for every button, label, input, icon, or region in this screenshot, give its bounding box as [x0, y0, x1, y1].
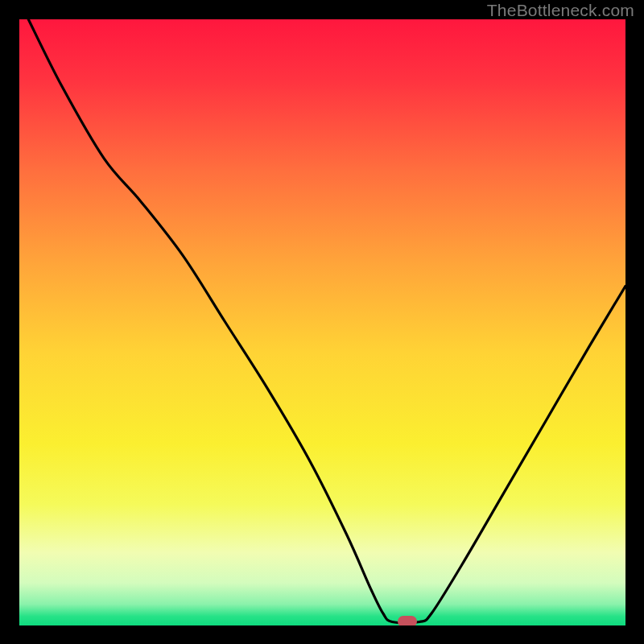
bottleneck-curve: [19, 19, 625, 625]
attribution-label: TheBottleneck.com: [487, 1, 634, 20]
optimal-marker: [398, 616, 417, 625]
plot-area: [19, 19, 625, 625]
chart-stage: TheBottleneck.com: [0, 0, 644, 644]
